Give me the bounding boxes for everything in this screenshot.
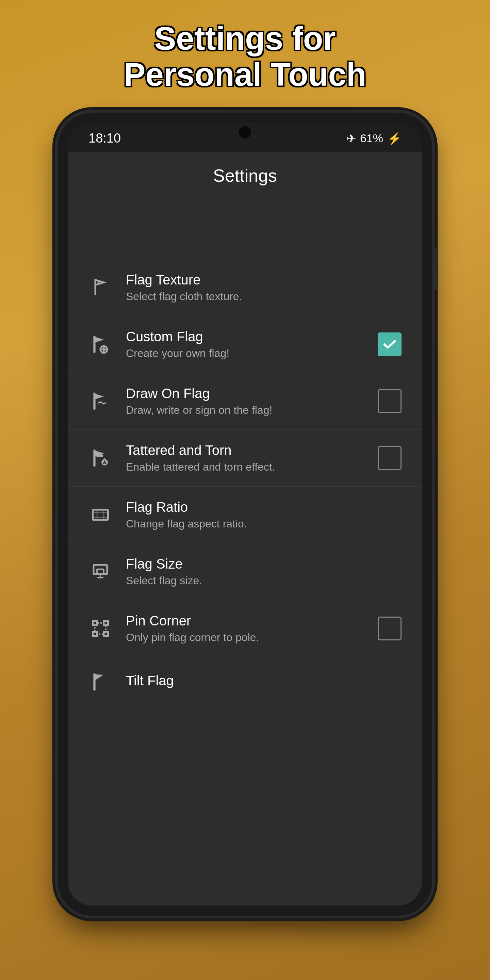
camera-notch: [239, 126, 251, 138]
status-bar-right: ✈ 61% ⚡: [347, 132, 401, 145]
draw-on-flag-icon: [89, 389, 112, 413]
flag-ratio-icon: [89, 503, 112, 527]
svg-rect-3: [93, 510, 108, 520]
status-bar: 18:10 ✈ 61% ⚡: [68, 123, 422, 152]
flag-ratio-subtitle: Change flag aspect ratio.: [126, 517, 401, 530]
tattered-torn-icon: [89, 446, 112, 470]
settings-list: Flag Texture Select flag cloth texture. …: [68, 259, 422, 701]
tilt-flag-icon: [89, 670, 112, 694]
tilt-flag-title: Tilt Flag: [126, 673, 401, 688]
flag-texture-icon: [89, 275, 112, 299]
pin-corner-title: Pin Corner: [126, 613, 364, 628]
custom-flag-text: Custom Flag Create your own flag!: [126, 329, 364, 360]
settings-item-draw-on-flag[interactable]: Draw On Flag Draw, write or sign on the …: [68, 373, 422, 430]
flag-texture-text: Flag Texture Select flag cloth texture.: [126, 272, 401, 303]
settings-item-custom-flag[interactable]: Custom Flag Create your own flag!: [68, 316, 422, 373]
app-header: Settings: [68, 152, 422, 198]
settings-item-flag-ratio[interactable]: Flag Ratio Change flag aspect ratio.: [68, 487, 422, 543]
battery-percent: 61%: [360, 132, 383, 145]
custom-flag-title: Custom Flag: [126, 329, 364, 344]
airplane-icon: ✈: [347, 132, 356, 145]
custom-flag-icon: [89, 332, 112, 356]
phone-frame: 18:10 ✈ 61% ⚡ Settings: [58, 113, 432, 916]
status-time: 18:10: [89, 131, 121, 146]
settings-item-tilt-flag[interactable]: Tilt Flag: [68, 657, 422, 701]
settings-item-pin-corner[interactable]: Pin Corner Only pin flag corner to pole.: [68, 600, 422, 657]
flag-ratio-title: Flag Ratio: [126, 500, 401, 515]
page-title: Settings for Personal Touch: [96, 21, 393, 92]
pin-corner-checkbox[interactable]: [378, 617, 401, 640]
flag-size-text: Flag Size Select flag size.: [126, 556, 401, 587]
flag-ratio-text: Flag Ratio Change flag aspect ratio.: [126, 500, 401, 530]
settings-item-tattered-torn[interactable]: Tattered and Torn Enable tattered and to…: [68, 430, 422, 487]
pin-corner-subtitle: Only pin flag corner to pole.: [126, 631, 364, 644]
section-divider: [68, 198, 422, 259]
draw-on-flag-subtitle: Draw, write or sign on the flag!: [126, 404, 364, 417]
tattered-torn-text: Tattered and Torn Enable tattered and to…: [126, 443, 364, 473]
tattered-torn-title: Tattered and Torn: [126, 443, 364, 458]
settings-item-flag-size[interactable]: Flag Size Select flag size.: [68, 543, 422, 600]
battery-icon: ⚡: [387, 132, 401, 145]
tattered-torn-checkbox[interactable]: [378, 446, 401, 470]
tilt-flag-text: Tilt Flag: [126, 673, 401, 691]
pin-corner-icon: [89, 617, 112, 640]
flag-texture-subtitle: Select flag cloth texture.: [126, 290, 401, 303]
flag-size-title: Flag Size: [126, 556, 401, 572]
custom-flag-checkbox[interactable]: [378, 332, 401, 356]
draw-on-flag-title: Draw On Flag: [126, 386, 364, 401]
tattered-torn-subtitle: Enable tattered and torn effect.: [126, 461, 364, 473]
app-header-title: Settings: [89, 165, 401, 186]
pin-corner-text: Pin Corner Only pin flag corner to pole.: [126, 613, 364, 644]
flag-size-subtitle: Select flag size.: [126, 574, 401, 587]
phone-screen: 18:10 ✈ 61% ⚡ Settings: [68, 123, 422, 905]
svg-rect-0: [97, 281, 100, 284]
flag-texture-title: Flag Texture: [126, 272, 401, 288]
flag-size-icon: [89, 560, 112, 584]
draw-on-flag-text: Draw On Flag Draw, write or sign on the …: [126, 386, 364, 417]
custom-flag-subtitle: Create your own flag!: [126, 347, 364, 360]
settings-item-flag-texture[interactable]: Flag Texture Select flag cloth texture.: [68, 259, 422, 316]
draw-on-flag-checkbox[interactable]: [378, 389, 401, 413]
